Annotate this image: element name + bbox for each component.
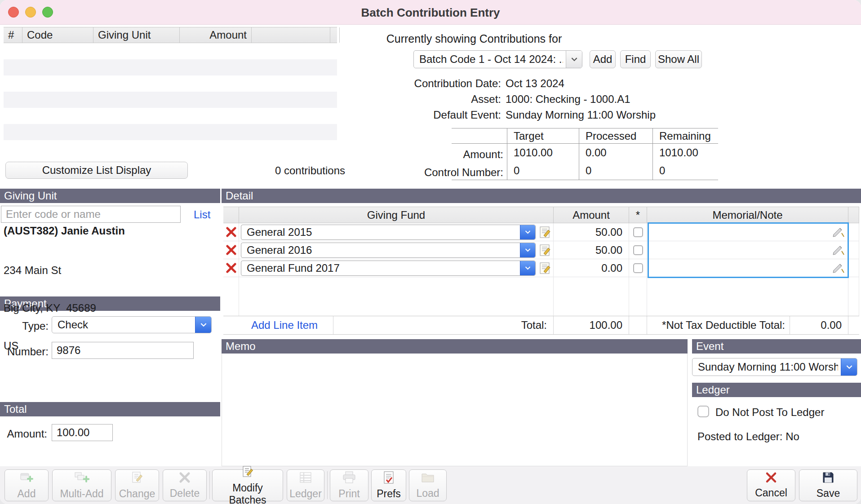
add-button[interactable]: Add (4, 469, 49, 501)
memorial-pen-icon[interactable] (833, 263, 844, 276)
default-event-value: Sunday Morning 11:00 Worship (501, 109, 656, 121)
giving-unit-list-link[interactable]: List (194, 208, 210, 221)
address-line: 234 Main St (4, 264, 96, 277)
column-header-code[interactable]: Code (22, 27, 93, 43)
event-section-header: Event (692, 339, 861, 354)
modify-batches-icon (241, 465, 254, 481)
memorial-pen-icon[interactable] (833, 227, 844, 240)
window-title: Batch Contribution Entry (0, 6, 861, 20)
change-icon (130, 471, 144, 487)
default-event-label: Default Event: (355, 109, 501, 121)
edit-note-icon[interactable] (538, 261, 553, 275)
summary-amount-processed: 0.00 (579, 144, 652, 162)
payment-number-input[interactable] (52, 342, 194, 359)
memo-section-header: Memo (222, 339, 688, 354)
giving-fund-value: General Fund 2017 (247, 261, 517, 275)
edit-note-icon[interactable] (538, 225, 553, 239)
multi-add-button[interactable]: Multi-Add (52, 469, 111, 501)
toolbar-separator (327, 471, 328, 499)
delete-row-icon[interactable] (223, 223, 239, 241)
not-tax-deductible-total-label: *Not Tax Deductible Total: (647, 316, 790, 334)
empty-list-row (4, 108, 337, 124)
summary-col-remaining: Remaining (652, 128, 718, 144)
chevron-down-icon (841, 358, 857, 376)
delete-row-icon[interactable] (223, 259, 239, 277)
modify-batches-button[interactable]: Modify Batches (212, 469, 283, 501)
giving-unit-name: (AUST382) Janie Austin (4, 225, 125, 237)
prefs-button[interactable]: Prefs (371, 469, 406, 501)
detail-total-label: Total: (333, 316, 554, 334)
do-not-post-to-ledger-checkbox[interactable] (697, 406, 709, 417)
contributions-list-body[interactable] (4, 43, 337, 156)
empty-list-row (4, 92, 337, 108)
posted-to-ledger-status: Posted to Ledger: No (697, 430, 799, 443)
memorial-pen-icon[interactable] (833, 245, 844, 258)
column-header-amount[interactable]: Amount (180, 27, 252, 43)
summary-control-number-label: Control Number: (424, 166, 503, 179)
chevron-down-icon (520, 243, 535, 257)
print-button[interactable]: Print (330, 469, 368, 501)
detail-row: General 2016 50.00 (223, 241, 859, 259)
giving-fund-dropdown[interactable]: General 2016 (241, 243, 536, 258)
cancel-button[interactable]: Cancel (747, 469, 795, 501)
memorial-note-input[interactable] (647, 259, 848, 277)
ledger-section-header: Ledger (692, 383, 861, 397)
footer-star-gutter (629, 316, 647, 334)
not-tax-deductible-checkbox[interactable] (633, 245, 643, 255)
change-button[interactable]: Change (115, 469, 159, 501)
contribution-date-label: Contribution Date: (355, 77, 501, 90)
payment-type-dropdown[interactable]: Check (52, 316, 212, 333)
giving-fund-cell: General 2016 (239, 241, 554, 259)
scroll-gutter (848, 241, 859, 259)
ledger-button[interactable]: Ledger (287, 469, 324, 501)
payment-type-value: Check (58, 317, 192, 333)
event-value: Sunday Morning 11:00 Worship (698, 358, 838, 376)
delete-row-icon[interactable] (223, 241, 239, 259)
asset-row: Asset: 1000: Checking - 1000.A1 (355, 93, 723, 106)
column-header-giving-unit[interactable]: Giving Unit (93, 27, 180, 43)
ledger-icon (299, 471, 312, 487)
batch-find-button[interactable]: Find (620, 50, 651, 68)
load-button[interactable]: Load (409, 469, 447, 501)
detail-col-scroll (848, 207, 859, 223)
contributions-list-header: # Code Giving Unit Amount (4, 27, 337, 43)
batch-show-all-button[interactable]: Show All (655, 50, 702, 68)
giving-unit-search-input[interactable] (1, 206, 181, 223)
batch-add-button[interactable]: Add (590, 50, 616, 68)
line-amount[interactable]: 0.00 (554, 259, 629, 277)
detail-empty-area (223, 277, 859, 316)
event-dropdown[interactable]: Sunday Morning 11:00 Worship (692, 358, 857, 376)
edit-note-icon[interactable] (538, 243, 553, 257)
chevron-down-icon (195, 317, 211, 333)
save-disk-icon (822, 471, 834, 486)
batch-select-value: Batch Code 1 - Oct 14 2024: ... (419, 51, 563, 68)
save-button[interactable]: Save (799, 469, 857, 501)
detail-row: General Fund 2017 0.00 (223, 259, 859, 277)
column-header-number[interactable]: # (4, 27, 22, 43)
line-amount[interactable]: 50.00 (554, 241, 629, 259)
memo-textarea[interactable] (222, 354, 688, 466)
payment-type-label: Type: (0, 320, 49, 332)
detail-col-star: * (629, 207, 647, 223)
contribution-date-row: Contribution Date: Oct 13 2024 (355, 77, 723, 90)
memorial-note-input[interactable] (647, 241, 848, 259)
delete-button[interactable]: Delete (163, 469, 207, 501)
giving-fund-dropdown[interactable]: General Fund 2017 (241, 261, 536, 276)
not-tax-deductible-checkbox[interactable] (633, 263, 643, 273)
detail-table-footer: Add Line Item Total: 100.00 *Not Tax Ded… (223, 316, 859, 335)
summary-amount-remaining: 1010.00 (652, 144, 718, 162)
load-folder-icon (421, 471, 435, 486)
summary-amount-label: Amount: (463, 148, 503, 161)
not-tax-deductible-checkbox[interactable] (633, 227, 643, 237)
detail-col-giving-fund: Giving Fund (239, 207, 554, 223)
giving-fund-dropdown[interactable]: General 2015 (241, 225, 536, 240)
line-amount[interactable]: 50.00 (554, 223, 629, 241)
address-line: Big City, KY 45689 (4, 302, 96, 314)
batch-select-dropdown[interactable]: Batch Code 1 - Oct 14 2024: ... (413, 50, 582, 68)
customize-list-display-button[interactable]: Customize List Display (5, 162, 188, 179)
asset-label: Asset: (355, 93, 501, 106)
chevron-down-icon (520, 261, 535, 275)
total-amount-input[interactable] (52, 424, 113, 441)
add-line-item-link[interactable]: Add Line Item (251, 319, 318, 332)
memorial-note-input[interactable] (647, 223, 848, 241)
